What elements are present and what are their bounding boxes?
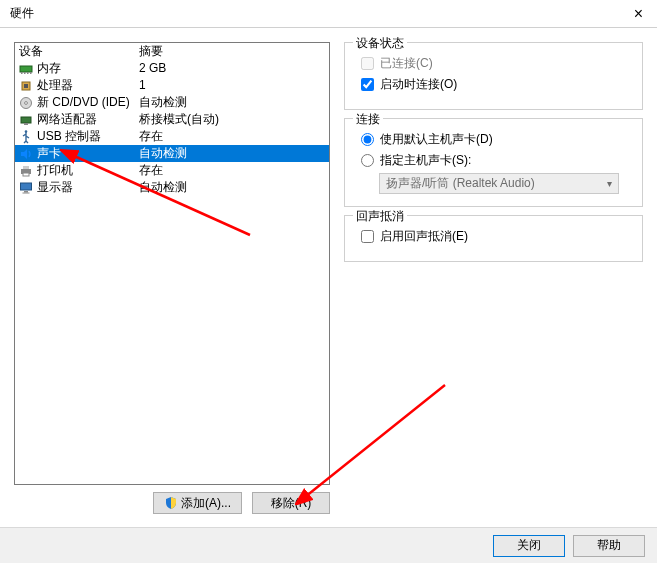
cpu-icon: [19, 79, 33, 93]
remove-button[interactable]: 移除(R): [252, 492, 330, 514]
device-summary: 存在: [137, 128, 329, 145]
echo-enable-checkbox[interactable]: [361, 230, 374, 243]
chevron-down-icon: ▾: [607, 178, 612, 189]
device-list[interactable]: 设备 摘要 内存2 GB处理器1新 CD/DVD (IDE)自动检测网络适配器桥…: [14, 42, 330, 485]
device-name: 打印机: [37, 162, 73, 179]
device-name: 新 CD/DVD (IDE): [37, 94, 130, 111]
device-row[interactable]: 声卡自动检测: [15, 145, 329, 162]
device-name: 内存: [37, 60, 61, 77]
svg-point-8: [25, 101, 28, 104]
title-bar: 硬件 ×: [0, 0, 657, 28]
use-default-radio[interactable]: [361, 133, 374, 146]
svg-rect-4: [30, 72, 32, 74]
display-icon: [19, 181, 33, 195]
memory-icon: [19, 62, 33, 76]
device-row[interactable]: 网络适配器桥接模式(自动): [15, 111, 329, 128]
svg-rect-17: [23, 192, 30, 193]
connection-legend: 连接: [353, 111, 383, 128]
connected-label: 已连接(C): [380, 55, 433, 72]
svg-rect-2: [24, 72, 26, 74]
use-default-field[interactable]: 使用默认主机声卡(D): [361, 131, 632, 148]
svg-rect-16: [24, 191, 28, 193]
connect-on-poweron-label: 启动时连接(O): [380, 76, 457, 93]
device-summary: 桥接模式(自动): [137, 111, 329, 128]
host-sound-dropdown-value: 扬声器/听筒 (Realtek Audio): [386, 175, 535, 192]
connection-group: 连接 使用默认主机声卡(D) 指定主机声卡(S): 扬声器/听筒 (Realte…: [344, 118, 643, 207]
device-summary: 自动检测: [137, 179, 329, 196]
device-panel: 设备 摘要 内存2 GB处理器1新 CD/DVD (IDE)自动检测网络适配器桥…: [14, 42, 330, 517]
connected-field: 已连接(C): [361, 55, 632, 72]
sound-icon: [19, 147, 33, 161]
device-name: 处理器: [37, 77, 73, 94]
cd-icon: [19, 96, 33, 110]
client-area: 设备 摘要 内存2 GB处理器1新 CD/DVD (IDE)自动检测网络适配器桥…: [0, 28, 657, 527]
svg-rect-9: [21, 117, 31, 123]
connected-checkbox: [361, 57, 374, 70]
device-name: 声卡: [37, 145, 61, 162]
svg-rect-0: [20, 66, 32, 72]
specify-host-radio[interactable]: [361, 154, 374, 167]
device-list-header: 设备 摘要: [15, 43, 329, 60]
close-button[interactable]: 关闭: [493, 535, 565, 557]
svg-rect-13: [23, 166, 29, 169]
device-name: 显示器: [37, 179, 73, 196]
col-header-device: 设备: [15, 43, 137, 60]
device-name: USB 控制器: [37, 128, 101, 145]
shield-icon: [164, 496, 178, 510]
specify-host-label: 指定主机声卡(S):: [380, 152, 471, 169]
svg-point-11: [25, 130, 28, 133]
settings-panel: 设备状态 已连接(C) 启动时连接(O) 连接 使用默认主机声卡(D) 指定主机…: [344, 42, 643, 517]
connect-on-poweron-field[interactable]: 启动时连接(O): [361, 76, 632, 93]
use-default-label: 使用默认主机声卡(D): [380, 131, 493, 148]
echo-enable-label: 启用回声抵消(E): [380, 228, 468, 245]
device-buttons: 添加(A)... 移除(R): [14, 489, 330, 517]
usb-icon: [19, 130, 33, 144]
close-icon[interactable]: ×: [626, 6, 651, 22]
device-status-legend: 设备状态: [353, 35, 407, 52]
svg-rect-14: [23, 173, 29, 176]
add-button-label: 添加(A)...: [181, 495, 231, 512]
echo-group: 回声抵消 启用回声抵消(E): [344, 215, 643, 262]
svg-rect-1: [21, 72, 23, 74]
device-summary: 自动检测: [137, 94, 329, 111]
echo-enable-field[interactable]: 启用回声抵消(E): [361, 228, 632, 245]
device-row[interactable]: 显示器自动检测: [15, 179, 329, 196]
device-summary: 2 GB: [137, 60, 329, 77]
printer-icon: [19, 164, 33, 178]
device-name: 网络适配器: [37, 111, 97, 128]
window-title: 硬件: [6, 5, 34, 22]
specify-host-field[interactable]: 指定主机声卡(S):: [361, 152, 632, 169]
device-row[interactable]: 内存2 GB: [15, 60, 329, 77]
device-row[interactable]: 新 CD/DVD (IDE)自动检测: [15, 94, 329, 111]
svg-rect-15: [21, 183, 32, 190]
network-icon: [19, 113, 33, 127]
device-status-group: 设备状态 已连接(C) 启动时连接(O): [344, 42, 643, 110]
host-sound-dropdown: 扬声器/听筒 (Realtek Audio) ▾: [379, 173, 619, 194]
device-row[interactable]: 打印机存在: [15, 162, 329, 179]
svg-rect-3: [27, 72, 29, 74]
help-button-label: 帮助: [597, 537, 621, 554]
remove-button-label: 移除(R): [271, 495, 312, 512]
echo-legend: 回声抵消: [353, 208, 407, 225]
help-button[interactable]: 帮助: [573, 535, 645, 557]
device-row[interactable]: 处理器1: [15, 77, 329, 94]
dialog-footer: 关闭 帮助: [0, 527, 657, 563]
device-summary: 存在: [137, 162, 329, 179]
add-button[interactable]: 添加(A)...: [153, 492, 242, 514]
svg-rect-6: [24, 84, 28, 88]
close-button-label: 关闭: [517, 537, 541, 554]
device-row[interactable]: USB 控制器存在: [15, 128, 329, 145]
connect-on-poweron-checkbox[interactable]: [361, 78, 374, 91]
col-header-summary: 摘要: [137, 43, 329, 60]
device-summary: 1: [137, 77, 329, 94]
device-summary: 自动检测: [137, 145, 329, 162]
svg-rect-10: [24, 123, 28, 125]
